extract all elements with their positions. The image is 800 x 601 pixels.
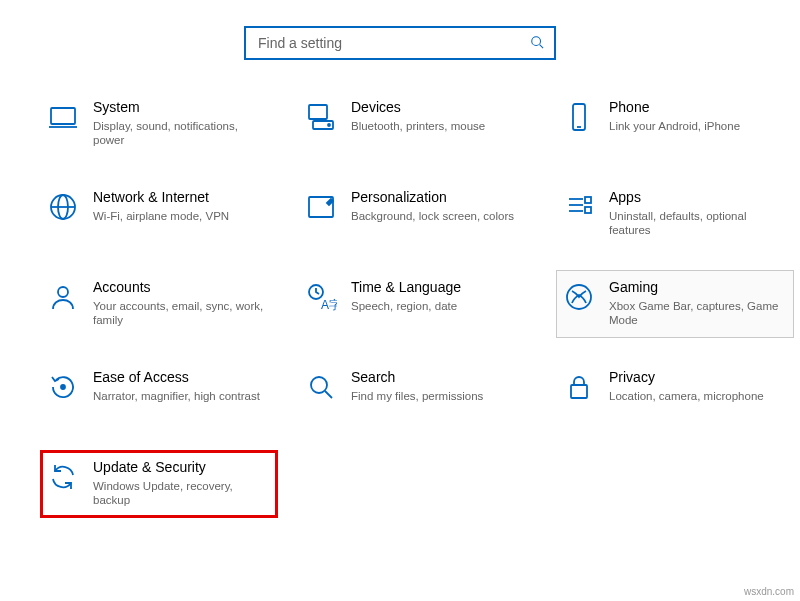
tile-title: Personalization bbox=[351, 189, 525, 207]
phone-icon bbox=[563, 101, 595, 133]
tile-desc: Uninstall, defaults, optional features bbox=[609, 209, 783, 238]
tile-title: Devices bbox=[351, 99, 525, 117]
tile-desc: Bluetooth, printers, mouse bbox=[351, 119, 525, 133]
tile-desc: Wi-Fi, airplane mode, VPN bbox=[93, 209, 267, 223]
svg-rect-2 bbox=[51, 108, 75, 124]
tile-search[interactable]: Search Find my files, permissions bbox=[298, 360, 536, 428]
tile-phone[interactable]: Phone Link your Android, iPhone bbox=[556, 90, 794, 158]
svg-point-0 bbox=[532, 36, 541, 45]
tile-personalization[interactable]: Personalization Background, lock screen,… bbox=[298, 180, 536, 248]
globe-icon bbox=[47, 191, 79, 223]
svg-point-6 bbox=[328, 124, 330, 126]
devices-icon bbox=[305, 101, 337, 133]
search-box[interactable] bbox=[244, 26, 556, 60]
tile-title: Network & Internet bbox=[93, 189, 267, 207]
tile-privacy[interactable]: Privacy Location, camera, microphone bbox=[556, 360, 794, 428]
tile-title: Apps bbox=[609, 189, 783, 207]
tile-gaming[interactable]: Gaming Xbox Game Bar, captures, Game Mod… bbox=[556, 270, 794, 338]
watermark: wsxdn.com bbox=[744, 586, 794, 597]
tile-title: Gaming bbox=[609, 279, 783, 297]
tile-desc: Background, lock screen, colors bbox=[351, 209, 525, 223]
tile-time-language[interactable]: A字 Time & Language Speech, region, date bbox=[298, 270, 536, 338]
tile-desc: Narrator, magnifier, high contrast bbox=[93, 389, 267, 403]
svg-line-1 bbox=[540, 44, 544, 48]
tile-network[interactable]: Network & Internet Wi-Fi, airplane mode,… bbox=[40, 180, 278, 248]
update-icon bbox=[47, 461, 79, 493]
person-icon bbox=[47, 281, 79, 313]
svg-rect-17 bbox=[585, 207, 591, 213]
tile-update-security[interactable]: Update & Security Windows Update, recove… bbox=[40, 450, 278, 518]
tile-title: Accounts bbox=[93, 279, 267, 297]
lock-icon bbox=[563, 371, 595, 403]
search-input[interactable] bbox=[256, 34, 522, 52]
tile-title: Update & Security bbox=[93, 459, 267, 477]
tile-apps[interactable]: Apps Uninstall, defaults, optional featu… bbox=[556, 180, 794, 248]
svg-text:A字: A字 bbox=[321, 298, 337, 312]
svg-rect-7 bbox=[573, 104, 585, 130]
svg-point-23 bbox=[311, 377, 327, 393]
xbox-icon bbox=[563, 281, 595, 313]
tile-desc: Find my files, permissions bbox=[351, 389, 525, 403]
tile-desc: Your accounts, email, sync, work, family bbox=[93, 299, 267, 328]
time-language-icon: A字 bbox=[305, 281, 337, 313]
apps-icon bbox=[563, 191, 595, 223]
svg-rect-25 bbox=[571, 385, 587, 398]
tile-ease-of-access[interactable]: Ease of Access Narrator, magnifier, high… bbox=[40, 360, 278, 428]
magnifier-icon bbox=[305, 371, 337, 403]
tile-desc: Windows Update, recovery, backup bbox=[93, 479, 267, 508]
svg-rect-4 bbox=[309, 105, 327, 119]
system-icon bbox=[47, 101, 79, 133]
tile-desc: Xbox Game Bar, captures, Game Mode bbox=[609, 299, 783, 328]
tile-accounts[interactable]: Accounts Your accounts, email, sync, wor… bbox=[40, 270, 278, 338]
tile-title: Phone bbox=[609, 99, 783, 117]
settings-grid: System Display, sound, notifications, po… bbox=[0, 90, 800, 518]
svg-rect-16 bbox=[585, 197, 591, 203]
personalization-icon bbox=[305, 191, 337, 223]
tile-devices[interactable]: Devices Bluetooth, printers, mouse bbox=[298, 90, 536, 158]
svg-point-18 bbox=[58, 287, 68, 297]
tile-title: Ease of Access bbox=[93, 369, 267, 387]
ease-of-access-icon bbox=[47, 371, 79, 403]
tile-title: Time & Language bbox=[351, 279, 525, 297]
tile-system[interactable]: System Display, sound, notifications, po… bbox=[40, 90, 278, 158]
tile-title: Search bbox=[351, 369, 525, 387]
tile-desc: Speech, region, date bbox=[351, 299, 525, 313]
tile-desc: Link your Android, iPhone bbox=[609, 119, 783, 133]
tile-desc: Display, sound, notifications, power bbox=[93, 119, 267, 148]
svg-point-22 bbox=[61, 385, 65, 389]
search-icon bbox=[530, 35, 544, 52]
tile-desc: Location, camera, microphone bbox=[609, 389, 783, 403]
svg-line-24 bbox=[325, 391, 332, 398]
tile-title: System bbox=[93, 99, 267, 117]
tile-title: Privacy bbox=[609, 369, 783, 387]
